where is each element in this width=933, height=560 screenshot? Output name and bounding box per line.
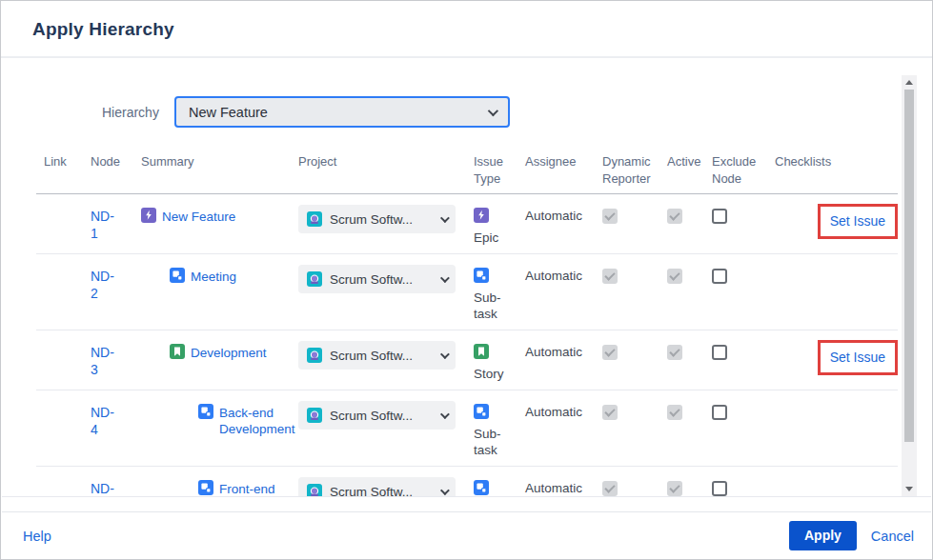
table-row: ND-4 Back-end Development Scrum Softw...…	[36, 390, 898, 467]
issue-type-cell: Story	[474, 344, 516, 382]
project-select[interactable]: Scrum Softw...	[298, 477, 456, 497]
help-link[interactable]: Help	[23, 529, 51, 544]
chevron-down-icon	[440, 273, 450, 283]
table-row: ND-2 Meeting Scrum Softw... Sub-task Aut…	[36, 254, 898, 330]
project-avatar-icon	[307, 211, 322, 227]
modal-header: Apply Hierarchy	[1, 1, 932, 58]
table-body: ND-1 New Feature Scrum Softw... Epic Aut…	[36, 194, 898, 498]
link-cell	[36, 467, 83, 498]
exclude-node-checkbox[interactable]	[712, 269, 727, 284]
exclude-node-checkbox[interactable]	[712, 345, 727, 360]
link-cell	[36, 254, 83, 330]
table-row: ND-1 New Feature Scrum Softw... Epic Aut…	[36, 194, 898, 254]
subtask-icon	[474, 480, 489, 495]
apply-hierarchy-modal: Apply Hierarchy Hierarchy New Feature Li…	[0, 0, 933, 560]
epic-icon	[141, 208, 156, 223]
vertical-scrollbar[interactable]	[902, 75, 917, 496]
node-link[interactable]: ND-1	[91, 208, 121, 242]
hierarchy-form-row: Hierarchy New Feature	[102, 96, 931, 128]
dynamic-reporter-checkbox	[602, 345, 618, 360]
issue-type-label: Sub-task	[474, 290, 501, 321]
node-link[interactable]: ND-5	[91, 480, 121, 497]
subtask-icon	[198, 480, 213, 495]
node-link[interactable]: ND-2	[91, 268, 121, 302]
set-issue-highlight-box: Set Issue	[818, 204, 898, 239]
modal-footer: Help Apply Cancel	[2, 511, 931, 559]
project-select[interactable]: Scrum Softw...	[298, 265, 456, 293]
header-node: Node	[83, 144, 133, 194]
project-select-value: Scrum Softw...	[330, 272, 440, 287]
epic-icon	[474, 208, 489, 223]
subtask-icon	[198, 404, 213, 419]
header-exclude-node: Exclude Node	[704, 144, 767, 194]
scroll-down-icon[interactable]	[902, 482, 917, 496]
scrollbar-thumb[interactable]	[904, 90, 914, 442]
chevron-down-icon	[440, 410, 450, 419]
project-avatar-icon	[307, 348, 322, 363]
set-issue-highlight-box: Set Issue	[818, 340, 898, 375]
hierarchy-table: Link Node Summary Project Issue Type Ass…	[36, 144, 898, 497]
active-checkbox	[667, 345, 682, 360]
header-active: Active	[659, 144, 704, 194]
dynamic-reporter-checkbox	[602, 481, 618, 496]
hierarchy-select[interactable]: New Feature	[174, 96, 510, 128]
assignee-value: Automatic	[525, 269, 582, 283]
chevron-down-icon	[488, 105, 498, 115]
summary-link[interactable]: New Feature	[162, 208, 235, 225]
node-link[interactable]: ND-3	[91, 344, 121, 378]
cancel-button[interactable]: Cancel	[871, 529, 914, 544]
issue-type-label: Sub-task	[474, 427, 501, 457]
hierarchy-label: Hierarchy	[102, 105, 159, 120]
summary-link[interactable]: Back-end Development	[219, 404, 295, 437]
subtask-icon	[474, 404, 489, 419]
assignee-value: Automatic	[525, 481, 582, 495]
issue-type-label: Story	[474, 367, 504, 381]
table-header-row: Link Node Summary Project Issue Type Ass…	[36, 144, 898, 194]
issue-type-label: Epic	[474, 230, 498, 245]
issue-type-cell: Sub-task	[474, 404, 516, 458]
header-summary: Summary	[133, 144, 291, 194]
project-select-value: Scrum Softw...	[330, 409, 440, 423]
apply-button[interactable]: Apply	[789, 521, 857, 550]
header-checklists: Checklists	[767, 144, 898, 194]
exclude-node-checkbox[interactable]	[712, 209, 727, 224]
set-issue-link[interactable]: Set Issue	[830, 350, 885, 365]
hierarchy-select-value: New Feature	[189, 105, 268, 120]
exclude-node-checkbox[interactable]	[712, 481, 727, 496]
set-issue-link[interactable]: Set Issue	[830, 213, 885, 229]
project-select-value: Scrum Softw...	[330, 485, 440, 498]
chevron-down-icon	[440, 350, 450, 359]
story-icon	[474, 344, 489, 359]
summary-link[interactable]: Development	[191, 344, 267, 361]
project-avatar-icon	[307, 408, 322, 423]
story-icon	[170, 344, 185, 359]
project-select[interactable]: Scrum Softw...	[298, 341, 456, 370]
issue-type-cell: Sub-task	[474, 480, 516, 497]
summary-link[interactable]: Meeting	[191, 268, 236, 285]
header-link: Link	[36, 144, 83, 194]
project-select[interactable]: Scrum Softw...	[298, 205, 456, 233]
project-select[interactable]: Scrum Softw...	[298, 401, 456, 430]
link-cell	[36, 390, 83, 467]
assignee-value: Automatic	[525, 345, 582, 359]
header-project: Project	[291, 144, 466, 194]
table-row: ND-5 Front-end Development Scrum Softw..…	[36, 467, 898, 498]
exclude-node-checkbox[interactable]	[712, 405, 727, 420]
summary-link[interactable]: Front-end Development	[219, 480, 295, 497]
subtask-icon	[170, 268, 185, 283]
dynamic-reporter-checkbox	[602, 269, 618, 284]
node-link[interactable]: ND-4	[91, 404, 121, 438]
project-select-value: Scrum Softw...	[330, 212, 440, 227]
assignee-value: Automatic	[525, 405, 582, 419]
chevron-down-icon	[440, 486, 450, 495]
project-avatar-icon	[307, 271, 322, 287]
modal-body: Hierarchy New Feature Link Node Summary …	[2, 60, 931, 497]
scroll-up-icon[interactable]	[902, 75, 917, 90]
header-assignee: Assignee	[517, 144, 595, 194]
issue-type-cell: Epic	[474, 208, 516, 246]
project-avatar-icon	[307, 484, 322, 497]
active-checkbox	[667, 405, 682, 420]
table-row: ND-3 Development Scrum Softw... Story Au…	[36, 330, 898, 390]
issue-type-cell: Sub-task	[474, 268, 516, 322]
link-cell	[36, 194, 83, 254]
